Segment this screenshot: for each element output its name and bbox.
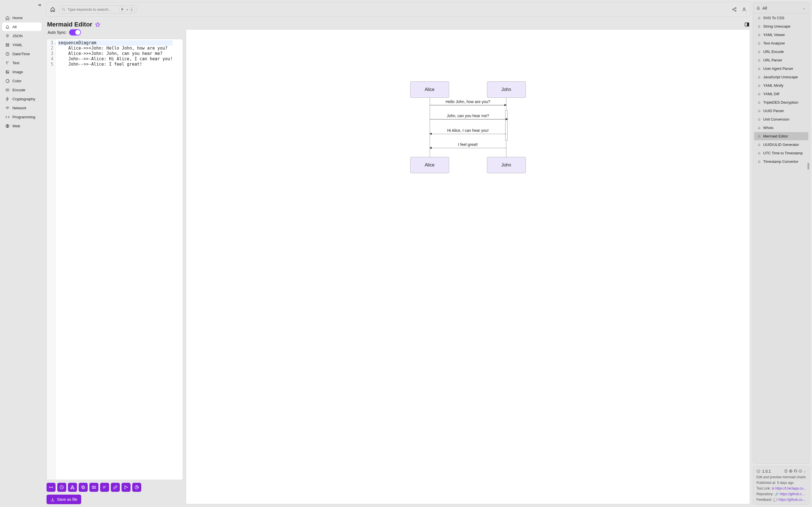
nav-label: Encode	[12, 88, 26, 92]
nav-item-image[interactable]: Image	[2, 68, 42, 76]
nav-item-encode[interactable]: Encode	[2, 86, 42, 94]
right-panel-header[interactable]: All ⌄	[753, 3, 809, 13]
globe-icon[interactable]	[789, 469, 793, 473]
bell-icon	[758, 50, 761, 53]
copy-diagram-button[interactable]	[79, 483, 88, 492]
share-icon[interactable]	[732, 7, 737, 12]
topbar: ⌘ + K	[46, 2, 751, 17]
tool-item-javascript-unescape[interactable]: JavaScript Unescape	[754, 73, 808, 81]
tool-link-label: Tool Link:	[756, 487, 771, 490]
tool-item-url-encode[interactable]: URL Encode	[754, 48, 808, 56]
tool-item-svg-to-css[interactable]: SVG To CSS	[754, 14, 808, 22]
save-as-file-button[interactable]: Save as file	[47, 495, 81, 504]
svg-rect-19	[71, 488, 72, 489]
favorite-star-icon[interactable]	[95, 22, 100, 27]
message-4: I feel great!	[430, 142, 506, 148]
tool-label: User Agent Parser	[763, 66, 793, 71]
tool-item-tripledes-decryption[interactable]: TripleDES Decryption	[754, 98, 808, 107]
panel-toggle-icon[interactable]	[744, 22, 749, 27]
tool-item-yaml-viewer[interactable]: YAML Viewer	[754, 31, 808, 39]
nav-item-home[interactable]: Home	[2, 13, 42, 22]
tool-item-string-unescape[interactable]: String Unescape	[754, 22, 808, 31]
tool-item-utc-time-to-timestamp[interactable]: UTC Time to Timestamp	[754, 149, 808, 157]
svg-rect-21	[82, 487, 85, 489]
published-value: 5 days ago	[777, 481, 794, 485]
collapse-sidebar-button[interactable]	[38, 3, 42, 7]
tool-link[interactable]: https://t.he3app.co...	[775, 487, 806, 490]
tool-item-yaml-minify[interactable]: YAML Minify	[754, 81, 808, 90]
bell-icon	[758, 16, 761, 19]
chevron-down-icon[interactable]: ⌄	[803, 469, 806, 473]
github-icon[interactable]	[794, 469, 797, 473]
bell-icon	[758, 33, 761, 36]
message-3: Hi Alice, I can hear you!	[430, 128, 506, 134]
svg-rect-16	[748, 23, 749, 26]
tool-item-whois[interactable]: Whois	[754, 124, 808, 132]
chevron-down-icon: ⌄	[802, 5, 806, 10]
check-icon[interactable]	[799, 469, 802, 473]
nav-item-network[interactable]: Network	[2, 104, 42, 112]
clock-diagram-button[interactable]	[57, 483, 66, 492]
feedback-link[interactable]: https://github.com/...	[778, 498, 806, 502]
nav-item-text[interactable]: Text	[2, 59, 42, 67]
scrollbar-thumb[interactable]	[808, 163, 809, 170]
svg-point-14	[744, 8, 745, 9]
user-icon[interactable]	[742, 7, 747, 12]
code-editor[interactable]: 12345 sequenceDiagram Alice->>+John: Hel…	[47, 39, 183, 480]
tool-item-uuid-parser[interactable]: UUID Parser	[754, 107, 808, 115]
tool-label: JavaScript Unescape	[763, 75, 798, 79]
tool-item-text-analyzer[interactable]: Text Analyzer	[754, 39, 808, 47]
nav-item-date-time[interactable]: Date/Time	[2, 50, 42, 58]
svg-point-25	[124, 486, 125, 487]
encode-icon	[5, 88, 10, 92]
tool-item-mermaid-editor[interactable]: Mermaid Editor	[754, 132, 808, 140]
tool-label: UUID/ULID Generator	[763, 143, 799, 147]
svg-rect-20	[73, 488, 74, 489]
pie-diagram-button[interactable]	[132, 483, 141, 492]
tool-item-uuid-ulid-generator[interactable]: UUID/ULID Generator	[754, 140, 808, 149]
grid-diagram-button[interactable]	[89, 483, 98, 492]
repo-link[interactable]: https://github.com...	[780, 492, 806, 496]
bolt-icon	[5, 97, 10, 101]
preview-panel: Alice John Hello John, how are you? John…	[186, 29, 750, 504]
bell-icon	[758, 84, 761, 87]
clock-icon	[5, 52, 10, 56]
svg-rect-8	[6, 89, 9, 91]
nav-item-web[interactable]: Web	[2, 122, 42, 130]
info-icon	[756, 469, 760, 473]
tool-item-user-agent-parser[interactable]: User Agent Parser	[754, 64, 808, 73]
nav-item-yaml[interactable]: YAML	[2, 41, 42, 49]
nav-item-color[interactable]: Color	[2, 76, 42, 85]
save-button-label: Save as file	[57, 497, 77, 502]
tool-label: String Unescape	[763, 24, 790, 29]
feedback-label: Feedback:	[756, 498, 772, 502]
git-diagram-button[interactable]	[121, 483, 131, 492]
home-button[interactable]	[50, 6, 56, 12]
svg-rect-1	[8, 43, 9, 45]
tool-label: YAML Minify	[763, 83, 783, 88]
link-diagram-button[interactable]	[111, 483, 120, 492]
tool-item-timestamp-convertor[interactable]: Timestamp Convertor	[754, 158, 808, 166]
actor-john-top: John	[487, 81, 526, 98]
svg-point-26	[124, 488, 125, 489]
tool-item-url-parser[interactable]: URL Parser	[754, 56, 808, 64]
bell-icon	[758, 75, 761, 78]
nav-label: Network	[12, 106, 27, 110]
nav-item-json[interactable]: JSON	[2, 32, 42, 40]
nav-item-programming[interactable]: Programming	[2, 113, 42, 121]
doc-icon[interactable]	[784, 469, 788, 473]
nav-item-cryptography[interactable]: Cryptography	[2, 95, 42, 103]
info-description: Edit and preview mermaid charts	[756, 475, 806, 479]
nav-label: JSON	[12, 34, 22, 38]
flowchart-button[interactable]	[68, 483, 77, 492]
nav-item-all[interactable]: All	[2, 22, 42, 31]
published-label: Published at:	[756, 481, 776, 485]
tool-item-yaml-diff[interactable]: YAML Diff	[754, 90, 808, 98]
tool-item-unit-conversion[interactable]: Unit Conversion	[754, 115, 808, 123]
list-diagram-button[interactable]	[100, 483, 109, 492]
autosync-toggle[interactable]	[69, 29, 81, 36]
bell-icon	[758, 109, 761, 112]
sequence-diagram-button[interactable]	[47, 483, 56, 492]
page-title: Mermaid Editor	[47, 21, 92, 28]
bell-icon	[758, 160, 761, 163]
